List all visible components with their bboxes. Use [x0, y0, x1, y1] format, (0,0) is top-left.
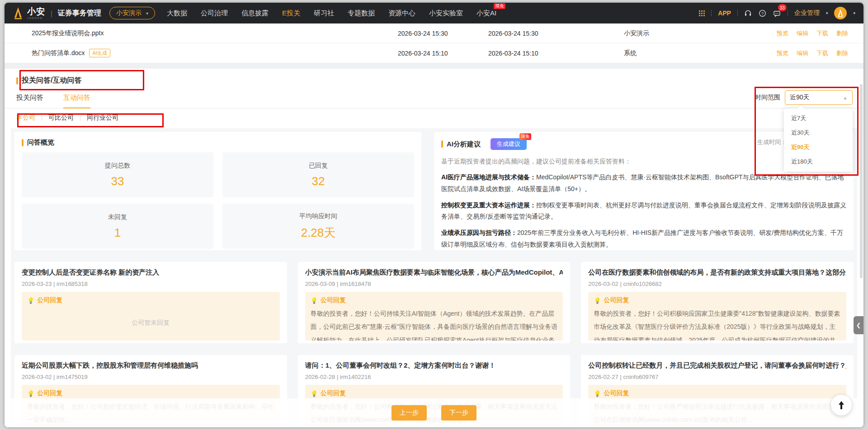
company-reply-box: 💡公司回复 尊敬的投资者，您好！公司持续关注AI智能体（Agent）领域的技术发…	[305, 292, 563, 341]
message-icon[interactable]: 33	[773, 9, 781, 17]
file-uploader: 系统	[624, 49, 741, 57]
delete-link[interactable]: 删除	[836, 49, 848, 57]
company-reply-box: 💡公司回复 尊敬的投资者，您好！公司积极响应国家卫生健康委"4128"数智健康建…	[588, 292, 846, 341]
previous-step-button[interactable]: 上一步	[392, 405, 427, 421]
stat-replied: 已回复 32	[222, 152, 414, 197]
question-meta: 2026-03-23 | irm1685318	[22, 280, 280, 287]
preview-link[interactable]: 预览	[777, 29, 788, 37]
reply-label: 公司回复	[604, 296, 629, 304]
ai-suggestion-lead: AI医疗产品落地进展与技术储备：	[441, 173, 536, 181]
stat-value: 2.28天	[301, 225, 336, 241]
nav-item-ai-label: 小安AI	[476, 9, 496, 17]
time-range-label: 时间范围	[755, 93, 780, 102]
nav-item-lab[interactable]: 小安实验室	[429, 9, 463, 18]
download-link[interactable]: 下载	[816, 49, 828, 57]
qa-card[interactable]: 公司在医疗数据要素和信创领域的布局，是否有新的政策支持或重大项目落地？这部分业.…	[581, 262, 854, 343]
stat-avg-response-time: 平均响应时间 2.28天	[222, 204, 414, 249]
question-title: 公司在医疗数据要素和信创领域的布局，是否有新的政策支持或重大项目落地？这部分业.…	[588, 268, 846, 277]
collapse-panel-tab[interactable]: ❮	[854, 316, 863, 334]
logo-text: 小安	[27, 7, 45, 16]
option-30d[interactable]: 近30天	[784, 126, 853, 140]
svg-text:?: ?	[762, 11, 764, 15]
ai-panel-title: AI分析建议	[447, 140, 481, 149]
logo[interactable]: 小安 INNOPE	[13, 7, 45, 19]
org-management-menu[interactable]: 企业管理	[794, 9, 820, 17]
stat-unreplied: 未回复 1	[22, 204, 213, 249]
page-title: 投关问答/互动问答	[22, 76, 81, 85]
app-link[interactable]: APP	[718, 9, 731, 17]
nav-item-ai[interactable]: 小安AI 限免	[476, 9, 496, 18]
question-title: 小安演示当前AI布局聚焦医疗数据要素与临床智能化场景，核心产品为MedCopil…	[305, 268, 563, 277]
file-time-created: 2026-03-24 15:10	[398, 50, 488, 57]
tab-interactive-qa[interactable]: 互动问答	[63, 93, 90, 108]
section-gap	[5, 63, 863, 69]
subtab-comparable-company[interactable]: 可比公司	[48, 114, 74, 122]
delete-link[interactable]: 删除	[836, 29, 848, 37]
next-step-button[interactable]: 下一步	[441, 405, 476, 421]
chevron-down-icon: ▾	[853, 11, 855, 15]
nav-item-eir[interactable]: E投关	[282, 9, 300, 18]
time-range-select[interactable]: 近90天 ▲	[785, 90, 853, 105]
back-to-top-button[interactable]	[831, 395, 852, 416]
nav-item-topic-data[interactable]: 专题数据	[348, 9, 375, 18]
ai-generated-badge: AI生成	[89, 49, 110, 57]
question-meta: 2026-02-28 | irm1402216	[305, 374, 563, 380]
chevron-down-icon: ▾	[826, 11, 828, 15]
stat-value: 32	[312, 174, 325, 188]
nav-item-academy[interactable]: 研习社	[314, 9, 334, 18]
edit-link[interactable]: 编辑	[797, 29, 808, 37]
bulb-icon: 💡	[594, 297, 601, 304]
download-link[interactable]: 下载	[816, 29, 828, 37]
subtab-industry-peers[interactable]: 同行业公司	[87, 114, 118, 122]
apps-grid-icon[interactable]	[699, 10, 705, 16]
subtab-bar: 本公司 可比公司 同行业公司	[5, 108, 863, 122]
question-title: 变更控制人后是否变更证券名称 新的资产注入	[22, 268, 280, 277]
avatar[interactable]	[834, 7, 847, 19]
question-title: 请问：1、公司董事会何时改组？2、定增方案何时出台？谢谢！	[305, 361, 563, 370]
product-title: 证券事务管理	[58, 9, 101, 18]
qa-content-area: 问答概览 提问总数 33 已回复 32 未回复 1	[11, 128, 857, 427]
stat-label: 平均响应时间	[299, 212, 337, 220]
option-180d[interactable]: 近180天	[784, 154, 853, 169]
option-90d[interactable]: 近90天	[784, 140, 853, 154]
preview-link[interactable]: 预览	[777, 49, 788, 57]
edit-link[interactable]: 编辑	[797, 49, 808, 57]
question-title: 公司控制权转让已经数月，并且已完成相关股权过户登记，请问董事会换届何时进行？定.…	[588, 361, 846, 370]
reply-label: 公司回复	[321, 389, 346, 397]
qa-card[interactable]: 小安演示当前AI布局聚焦医疗数据要素与临床智能化场景，核心产品为MedCopil…	[298, 262, 571, 343]
generation-time-label: 生成时间：	[757, 138, 787, 146]
reply-text: 尊敬的投资者，您好！公司积极响应国家卫生健康委"4128"数智健康建设架构、数据…	[594, 307, 841, 341]
nav-item-governance[interactable]: 公司治理	[201, 9, 228, 18]
notification-count-badge: 33	[778, 4, 787, 11]
wizard-footer: 上一步 下一步	[5, 398, 863, 427]
generate-suggestion-button[interactable]: 生成建议 限免	[491, 138, 527, 150]
reply-text: 尊敬的投资者，您好！公司持续关注AI智能体（Agent）领域的技术发展趋势。在产…	[311, 307, 558, 341]
question-meta: 2026-03-02 | irm1475019	[22, 374, 280, 380]
limited-free-badge: 限免	[494, 3, 505, 9]
main-nav: 大数据 公司治理 信息披露 E投关 研习社 专题数据 资源中心 小安实验室 小安…	[167, 9, 496, 18]
app-window: 小安 INNOPE | 证券事务管理 小安演示 ▾ 大数据 公司治理 信息披露 …	[5, 3, 863, 427]
bulb-icon: 💡	[27, 390, 34, 397]
question-meta: 2026-03-09 | irm1618478	[305, 280, 563, 287]
table-row[interactable]: 2025年报业绩说明会.pptx 2026-03-24 15:30 2026-0…	[5, 23, 863, 43]
nav-item-disclosure[interactable]: 信息披露	[241, 9, 269, 18]
subtab-our-company[interactable]: 本公司	[16, 114, 35, 122]
help-icon[interactable]: ?	[759, 9, 767, 17]
option-7d[interactable]: 近7天	[784, 111, 853, 126]
generate-suggestion-label: 生成建议	[497, 140, 520, 147]
table-row[interactable]: 热门问答清单.docx AI生成 2026-03-24 15:10 2026-0…	[5, 43, 863, 63]
company-selector[interactable]: 小安演示 ▾	[109, 7, 155, 19]
qa-card[interactable]: 变更控制人后是否变更证券名称 新的资产注入 2026-03-23 | irm16…	[14, 262, 287, 343]
tab-bar: 投关问答 互动问答	[5, 87, 863, 108]
question-title: 近期公司股票大幅下跌，控股股东和管理层有何维稳措施吗	[22, 361, 280, 370]
tab-ir-qa[interactable]: 投关问答	[16, 93, 43, 108]
stat-value: 1	[114, 226, 121, 240]
title-accent-bar	[441, 140, 443, 148]
headset-icon[interactable]	[744, 9, 752, 17]
scrollbar[interactable]	[860, 84, 863, 278]
nav-item-bigdata[interactable]: 大数据	[167, 9, 187, 18]
nav-item-resource[interactable]: 资源中心	[388, 9, 415, 18]
qa-overview-panel: 问答概览 提问总数 33 已回复 32 未回复 1	[14, 132, 421, 250]
stat-total-questions: 提问总数 33	[22, 152, 213, 197]
ai-suggestion-item: 业绩承压原因与扭亏路径：2025年前三季度分业务收入与毛利分析、HI-HIS新产…	[441, 227, 846, 251]
